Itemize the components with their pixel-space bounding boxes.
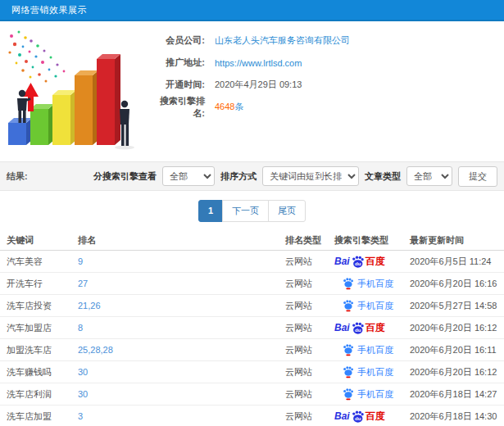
bar-green	[30, 104, 54, 145]
baidu-paw-icon: du	[351, 321, 365, 335]
rank-cell[interactable]: 27	[78, 279, 285, 288]
keyword-cell: 汽车美容	[7, 256, 78, 268]
engine-cell: Bai du 百度 手机百度	[334, 277, 410, 290]
rank-count: 4648	[215, 102, 234, 111]
bar-chart-illustration	[0, 25, 152, 157]
sort-label: 排序方式	[220, 170, 257, 183]
rank-cell[interactable]: 21,26	[78, 301, 285, 310]
rank-type-cell: 云网站	[285, 344, 334, 356]
pagination: 1 下一页 尾页	[198, 200, 306, 222]
bar-yellow	[52, 90, 76, 145]
next-page-button[interactable]: 下一页	[222, 200, 269, 222]
header-update-time: 最新更新时间	[410, 234, 504, 247]
keyword-cell: 洗车赚钱吗	[7, 366, 78, 378]
keyword-cell: 开洗车行	[7, 278, 78, 290]
rank-type-cell: 云网站	[285, 256, 334, 268]
table-row: 开洗车行 27 云网站 Bai du 百度	[0, 273, 504, 295]
rank-cell[interactable]: 3	[78, 411, 285, 421]
keyword-cell: 加盟洗车店	[7, 344, 78, 356]
engine-cell: Bai du 百度 手机百度	[334, 365, 410, 378]
mobile-baidu-badge: 手机百度	[334, 343, 393, 356]
mobile-baidu-paw-icon	[343, 343, 354, 356]
update-time-cell: 2020年6月20日 16:11	[410, 344, 504, 356]
table-body: 汽车美容 9 云网站 Bai du 百度	[0, 251, 504, 426]
table-header-row: 关键词 排名 排名类型 搜索引擎类型 最新更新时间	[0, 230, 504, 251]
mobile-baidu-badge: 手机百度	[334, 299, 393, 312]
sort-select[interactable]: 关键词由短到长排序	[262, 166, 359, 186]
mobile-baidu-paw-icon	[343, 365, 354, 378]
baidu-logo-bai-text: Bai	[334, 322, 350, 333]
rank-cell[interactable]: 9	[78, 256, 285, 266]
update-time-cell: 2020年6月5日 11:24	[410, 256, 504, 268]
svg-text:du: du	[355, 327, 361, 333]
baidu-paw-icon: du	[351, 255, 365, 269]
submit-button[interactable]: 提交	[458, 166, 497, 187]
engine-cell: Bai du 百度 手机百度	[334, 299, 410, 312]
mobile-baidu-badge: 手机百度	[334, 387, 393, 401]
page-button-1[interactable]: 1	[198, 200, 223, 222]
mobile-baidu-label: 手机百度	[357, 366, 393, 378]
mobile-baidu-label: 手机百度	[357, 278, 393, 290]
baidu-logo: Bai du 百度	[334, 410, 385, 424]
header-engine-type: 搜索引擎类型	[334, 234, 410, 247]
rank-type-cell: 云网站	[285, 388, 334, 401]
confetti-dots	[8, 31, 65, 83]
keyword-cell: 汽车加盟店	[7, 322, 78, 334]
article-type-select[interactable]: 全部	[406, 166, 452, 186]
engine-rank-value: 4648条	[215, 101, 243, 113]
company-link[interactable]: 山东老人头汽车服务咨询有限公司	[215, 34, 350, 47]
update-time-cell: 2020年6月20日 16:16	[410, 278, 504, 290]
engine-rank-label: 搜索引擎排名:	[154, 95, 205, 120]
update-time-cell: 2020年6月20日 16:12	[410, 366, 504, 378]
baidu-logo-cn-text: 百度	[366, 255, 385, 269]
header-rank-type: 排名类型	[285, 234, 334, 247]
mobile-baidu-label: 手机百度	[357, 344, 393, 356]
rank-type-cell: 云网站	[285, 300, 334, 312]
filter-bar: 结果: 分搜索引擎查看 全部 排序方式 关键词由短到长排序 文章类型 全部 提交	[0, 161, 504, 191]
update-time-cell: 2020年6月18日 14:30	[410, 410, 504, 423]
header-keyword: 关键词	[7, 234, 78, 247]
rank-cell[interactable]: 30	[78, 389, 285, 399]
account-info-section: 会员公司: 山东老人头汽车服务咨询有限公司 推广地址: https://www.…	[0, 21, 504, 161]
mobile-baidu-paw-icon	[343, 387, 354, 401]
bar-orange	[75, 70, 98, 145]
keyword-cell: 洗车店加盟	[7, 410, 78, 423]
engine-cell: Bai du 百度 手机百度	[334, 343, 410, 356]
promo-url-link[interactable]: https://www.lrtlsd.com	[215, 58, 302, 68]
bar-red	[97, 54, 120, 145]
results-table: 关键词 排名 排名类型 搜索引擎类型 最新更新时间 汽车美容 9 云网站 Bai…	[0, 230, 504, 426]
keyword-cell: 洗车店利润	[7, 388, 78, 401]
company-label: 会员公司:	[154, 34, 205, 47]
rank-type-cell: 云网站	[285, 322, 334, 334]
baidu-logo: Bai du 百度	[334, 321, 385, 335]
svg-text:du: du	[355, 415, 361, 421]
table-row: 汽车美容 9 云网站 Bai du 百度	[0, 251, 504, 273]
rank-type-cell: 云网站	[285, 410, 334, 423]
last-page-button[interactable]: 尾页	[268, 200, 306, 222]
update-time-cell: 2020年6月20日 16:12	[410, 322, 504, 334]
header-rank: 排名	[78, 234, 285, 247]
keyword-cell: 洗车店投资	[7, 300, 78, 312]
businessman-right	[120, 101, 129, 146]
table-row: 洗车店加盟 3 云网站 Bai du 百度	[0, 406, 504, 426]
baidu-logo-cn-text: 百度	[366, 321, 385, 335]
table-row: 洗车店投资 21,26 云网站 Bai du 百度	[0, 295, 504, 317]
baidu-logo-bai-text: Bai	[334, 410, 350, 422]
engine-filter-label: 分搜索引擎查看	[93, 170, 157, 183]
rank-cell[interactable]: 30	[78, 367, 285, 377]
mobile-baidu-label: 手机百度	[357, 300, 393, 312]
rank-type-cell: 云网站	[285, 366, 334, 378]
open-time-value: 2020年4月29日 09:13	[215, 79, 302, 91]
page-title: 网络营销效果展示	[11, 4, 87, 16]
baidu-paw-icon: du	[351, 410, 365, 424]
update-time-cell: 2020年5月27日 14:58	[410, 300, 504, 312]
engine-cell: Bai du 百度 手机百度	[334, 321, 410, 335]
engine-filter-select[interactable]: 全部	[162, 166, 215, 186]
rank-cell[interactable]: 8	[78, 323, 285, 333]
mobile-baidu-badge: 手机百度	[334, 277, 393, 290]
baidu-logo-bai-text: Bai	[334, 256, 350, 267]
engine-cell: Bai du 百度 手机百度	[334, 387, 410, 401]
mobile-baidu-badge: 手机百度	[334, 365, 393, 378]
baidu-logo-cn-text: 百度	[366, 410, 385, 424]
rank-cell[interactable]: 25,28,28	[78, 345, 285, 355]
